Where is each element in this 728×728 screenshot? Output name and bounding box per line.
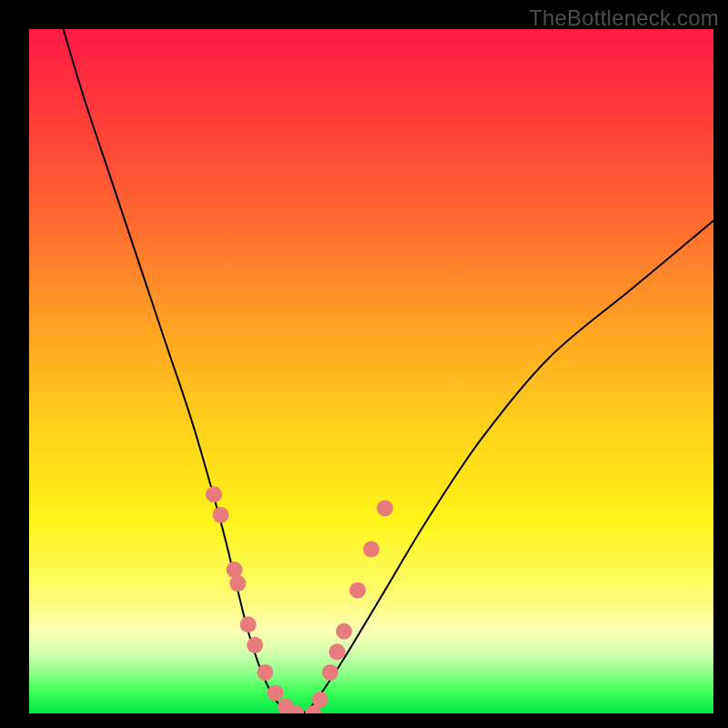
watermark-text: TheBottleneck.com bbox=[529, 5, 719, 31]
marker-dot bbox=[247, 637, 263, 653]
marker-dot bbox=[227, 561, 243, 578]
marker-dot bbox=[268, 684, 284, 701]
marker-dot bbox=[349, 582, 366, 599]
marker-dot bbox=[336, 623, 352, 640]
bottleneck-curve bbox=[29, 29, 713, 713]
curve-line bbox=[64, 29, 713, 713]
marker-dot bbox=[363, 541, 379, 558]
marker-dot bbox=[329, 643, 345, 660]
marker-dot bbox=[213, 507, 229, 523]
chart-frame: TheBottleneck.com bbox=[0, 0, 728, 728]
marker-dot bbox=[229, 575, 246, 592]
marker-dot bbox=[257, 664, 273, 681]
marker-dot bbox=[206, 486, 222, 502]
marker-dot bbox=[240, 616, 257, 632]
marker-dot bbox=[312, 692, 329, 708]
highlighted-points bbox=[206, 486, 393, 713]
marker-dot bbox=[322, 664, 339, 681]
marker-dot bbox=[377, 500, 393, 516]
plot-area bbox=[29, 29, 713, 713]
